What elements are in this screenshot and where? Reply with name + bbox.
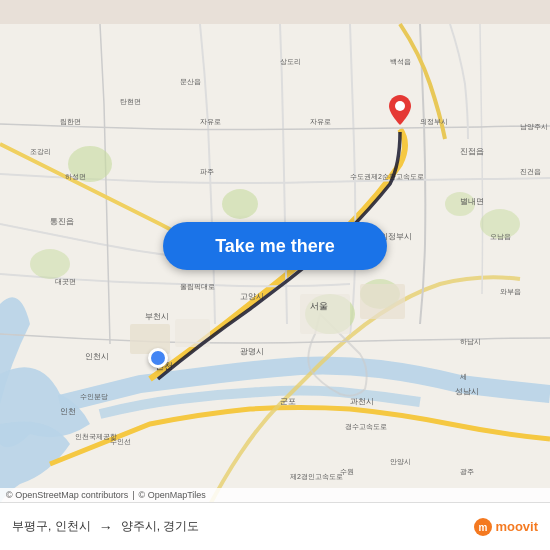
- svg-text:안양시: 안양시: [390, 458, 411, 465]
- svg-text:백석읍: 백석읍: [390, 58, 411, 66]
- svg-point-7: [30, 249, 70, 279]
- svg-text:통진읍: 통진읍: [50, 217, 74, 226]
- svg-text:과천시: 과천시: [350, 397, 374, 406]
- attribution-bar: © OpenStreetMap contributors | © OpenMap…: [0, 488, 550, 502]
- svg-text:남양주시: 남양주시: [520, 123, 548, 131]
- destination-label: 양주시, 경기도: [121, 518, 200, 535]
- svg-text:인천국제공항: 인천국제공항: [75, 433, 117, 441]
- svg-text:의정부시: 의정부시: [420, 118, 448, 125]
- svg-text:자유로: 자유로: [200, 118, 221, 125]
- svg-text:제2경인고속도로: 제2경인고속도로: [290, 473, 343, 481]
- svg-text:성남시: 성남시: [455, 387, 479, 396]
- svg-point-54: [395, 101, 405, 111]
- svg-text:문산읍: 문산읍: [180, 78, 201, 86]
- svg-text:수인분당: 수인분당: [80, 393, 108, 400]
- svg-text:진접읍: 진접읍: [460, 147, 484, 156]
- svg-text:파주: 파주: [200, 168, 214, 175]
- svg-text:자유로: 자유로: [310, 118, 331, 125]
- moovit-text: moovit: [495, 519, 538, 534]
- svg-text:상도리: 상도리: [280, 58, 301, 65]
- svg-text:하남시: 하남시: [460, 338, 481, 346]
- moovit-icon: m: [474, 518, 492, 536]
- svg-point-3: [222, 189, 258, 219]
- svg-text:인천시: 인천시: [85, 352, 109, 361]
- svg-text:하성면: 하성면: [65, 173, 86, 180]
- svg-text:올림픽대로: 올림픽대로: [180, 283, 215, 291]
- svg-text:서울: 서울: [310, 301, 328, 311]
- svg-text:부천시: 부천시: [145, 312, 169, 321]
- svg-text:세: 세: [460, 373, 467, 380]
- svg-text:m: m: [479, 522, 488, 533]
- svg-text:군포: 군포: [280, 397, 296, 406]
- svg-text:수도권제2순환고속도로: 수도권제2순환고속도로: [350, 173, 424, 181]
- svg-rect-10: [300, 294, 350, 334]
- svg-text:경수고속도로: 경수고속도로: [345, 423, 387, 431]
- destination-marker: [389, 95, 411, 125]
- bottom-bar: 부평구, 인천시 → 양주시, 경기도 m moovit: [0, 502, 550, 550]
- take-me-there-button[interactable]: Take me there: [163, 222, 387, 270]
- svg-text:림한면: 림한면: [60, 118, 81, 126]
- svg-text:광주: 광주: [460, 468, 474, 476]
- svg-text:대곳면: 대곳면: [55, 278, 76, 285]
- attribution-separator: |: [132, 490, 134, 500]
- svg-text:조강리: 조강리: [30, 148, 51, 155]
- svg-text:와부읍: 와부읍: [500, 288, 521, 296]
- svg-text:인천: 인천: [60, 407, 76, 416]
- osm-attribution: © OpenStreetMap contributors: [6, 490, 128, 500]
- origin-label: 부평구, 인천시: [12, 518, 91, 535]
- map-container: 인천 서울 부천시 인천시 광명시 고양시 의정부시 별내면 진접읍 오남읍 와…: [0, 0, 550, 550]
- svg-text:별내면: 별내면: [460, 197, 484, 206]
- omt-attribution: © OpenMapTiles: [139, 490, 206, 500]
- svg-text:오남읍: 오남읍: [490, 233, 511, 241]
- moovit-logo: m moovit: [474, 518, 538, 536]
- svg-text:진건읍: 진건읍: [520, 168, 541, 176]
- svg-text:탄현면: 탄현면: [120, 98, 141, 105]
- svg-rect-11: [360, 284, 405, 319]
- svg-text:광명시: 광명시: [240, 347, 264, 356]
- origin-marker: [148, 348, 168, 368]
- route-arrow-icon: →: [99, 519, 113, 535]
- map-background: 인천 서울 부천시 인천시 광명시 고양시 의정부시 별내면 진접읍 오남읍 와…: [0, 0, 550, 550]
